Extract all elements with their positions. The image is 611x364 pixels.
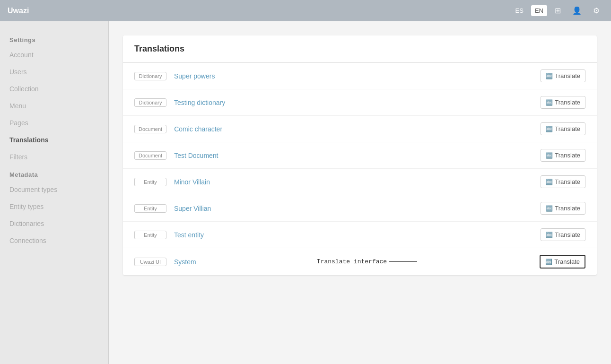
annotation-text: Translate interface [317,258,387,265]
translate-btn-label: Translate [555,231,580,238]
translate-icon: 🔤 [546,99,553,106]
tag-badge: Entity [134,178,166,186]
translate-button[interactable]: 🔤Translate [541,69,585,82]
sidebar-item-account[interactable]: Account [0,46,108,63]
sidebar-item-translations[interactable]: Translations [0,131,108,148]
translations-header: Translations [123,35,597,63]
translate-btn-label: Translate [554,258,580,265]
sidebar-item-menu[interactable]: Menu [0,97,108,114]
table-row: DictionaryTesting dictionary🔤Translate [123,89,597,116]
translation-name: Testing dictionary [174,99,533,106]
sidebar-item-pages[interactable]: Pages [0,114,108,131]
translate-btn-label: Translate [555,205,580,212]
translate-icon: 🔤 [546,179,553,185]
translations-title: Translations [134,44,184,53]
translate-btn-label: Translate [555,99,580,106]
sidebar-item-filters[interactable]: Filters [0,148,108,165]
sidebar-item-users[interactable]: Users [0,63,108,80]
lang-es-button[interactable]: ES [512,5,527,16]
metadata-section-label: Metadata [0,165,108,181]
tag-badge: Entity [134,231,166,239]
tooltip-annotation: Translate interface [204,258,532,265]
settings-section-label: Settings [0,31,108,46]
translate-btn-label: Translate [555,72,580,79]
translation-name: Super powers [174,72,533,80]
app-title: Uwazi [8,7,512,15]
table-row: DocumentTest Document🔤Translate [123,142,597,169]
tag-badge: Uwazi UI [134,258,166,266]
translate-icon: 🔤 [545,259,552,265]
translation-name: Test entity [174,231,533,239]
tag-badge: Dictionary [134,98,166,107]
sidebar-item-entity-types[interactable]: Entity types [0,198,108,215]
translate-button[interactable]: 🔤Translate [541,228,585,241]
translate-button[interactable]: 🔤Translate [540,255,585,269]
translate-button[interactable]: 🔤Translate [541,202,585,215]
translation-name: System [174,258,196,266]
table-row: Uwazi UISystemTranslate interface🔤Transl… [123,248,597,275]
top-nav: Uwazi ES EN ⊞ 👤 ⚙ [0,0,611,21]
table-row: EntitySuper Villian🔤Translate [123,195,597,222]
translate-btn-label: Translate [555,178,580,185]
nav-actions: ES EN ⊞ 👤 ⚙ [512,4,603,17]
translate-icon: 🔤 [546,73,553,79]
translate-btn-label: Translate [555,152,580,159]
table-row: EntityMinor Villain🔤Translate [123,169,597,195]
sidebar: Settings Account Users Collection Menu P… [0,21,109,364]
tag-badge: Dictionary [134,72,166,80]
translation-rows-container: DictionarySuper powers🔤TranslateDictiona… [123,63,597,275]
translations-panel: Translations DictionarySuper powers🔤Tran… [123,35,597,275]
table-row: DocumentComic character🔤Translate [123,116,597,142]
translate-icon: 🔤 [546,126,553,132]
table-row: DictionarySuper powers🔤Translate [123,63,597,89]
user-icon[interactable]: 👤 [568,4,585,17]
tag-badge: Document [134,151,166,160]
grid-icon[interactable]: ⊞ [551,4,565,17]
sidebar-item-dictionaries[interactable]: Dictionaries [0,215,108,232]
translate-btn-label: Translate [555,125,580,132]
layout: Settings Account Users Collection Menu P… [0,21,611,364]
translate-button[interactable]: 🔤Translate [541,175,585,188]
main-content: Translations DictionarySuper powers🔤Tran… [109,21,611,364]
translation-name: Minor Villain [174,178,533,186]
translate-button[interactable]: 🔤Translate [541,122,585,135]
annotation-line [389,261,417,262]
translate-icon: 🔤 [546,205,553,212]
translate-button[interactable]: 🔤Translate [541,96,585,109]
sidebar-item-connections[interactable]: Connections [0,232,108,249]
gear-icon[interactable]: ⚙ [589,4,603,17]
tag-badge: Document [134,125,166,133]
sidebar-item-collection[interactable]: Collection [0,80,108,97]
translation-name: Test Document [174,152,533,159]
tag-badge: Entity [134,204,166,213]
sidebar-item-document-types[interactable]: Document types [0,181,108,198]
translate-button[interactable]: 🔤Translate [541,149,585,162]
table-row: EntityTest entity🔤Translate [123,222,597,248]
translate-icon: 🔤 [546,152,553,159]
translation-name: Comic character [174,125,533,133]
translate-icon: 🔤 [546,232,553,238]
translation-name: Super Villian [174,205,533,212]
lang-en-button[interactable]: EN [531,5,547,16]
